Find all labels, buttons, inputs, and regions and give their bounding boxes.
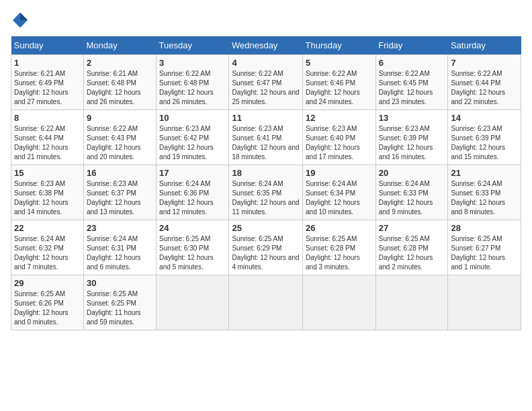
col-header-friday: Friday [375, 36, 448, 55]
day-number: 18 [232, 168, 300, 178]
col-header-monday: Monday [83, 36, 156, 55]
table-row: 17 Sunrise: 6:24 AMSunset: 6:36 PMDaylig… [157, 165, 229, 220]
day-info: Sunrise: 6:22 AMSunset: 6:45 PMDaylight:… [379, 70, 433, 105]
day-info: Sunrise: 6:24 AMSunset: 6:31 PMDaylight:… [87, 235, 141, 271]
day-number: 23 [87, 223, 153, 233]
table-row: 7 Sunrise: 6:22 AMSunset: 6:44 PMDayligh… [448, 55, 521, 110]
table-row: 20 Sunrise: 6:24 AMSunset: 6:33 PMDaylig… [375, 165, 448, 220]
day-number: 13 [379, 113, 445, 123]
table-row: 10 Sunrise: 6:23 AMSunset: 6:42 PMDaylig… [157, 110, 229, 165]
day-info: Sunrise: 6:22 AMSunset: 6:44 PMDaylight:… [451, 70, 505, 105]
table-row [157, 275, 229, 330]
day-info: Sunrise: 6:22 AMSunset: 6:48 PMDaylight:… [159, 70, 214, 105]
table-row: 25 Sunrise: 6:25 AMSunset: 6:29 PMDaylig… [229, 220, 303, 275]
table-row: 24 Sunrise: 6:25 AMSunset: 6:30 PMDaylig… [157, 220, 229, 275]
day-number: 7 [451, 58, 518, 68]
table-row [375, 275, 448, 330]
day-number: 15 [14, 168, 81, 178]
day-number: 16 [87, 168, 153, 178]
day-info: Sunrise: 6:24 AMSunset: 6:35 PMDaylight:… [232, 180, 299, 216]
day-info: Sunrise: 6:21 AMSunset: 6:49 PMDaylight:… [14, 70, 69, 105]
day-info: Sunrise: 6:25 AMSunset: 6:27 PMDaylight:… [451, 235, 505, 271]
col-header-wednesday: Wednesday [229, 36, 303, 55]
day-info: Sunrise: 6:22 AMSunset: 6:46 PMDaylight:… [306, 70, 360, 105]
table-row: 8 Sunrise: 6:22 AMSunset: 6:44 PMDayligh… [11, 110, 84, 165]
day-number: 4 [232, 58, 300, 68]
day-info: Sunrise: 6:24 AMSunset: 6:33 PMDaylight:… [379, 180, 433, 216]
day-number: 1 [14, 58, 81, 68]
day-info: Sunrise: 6:21 AMSunset: 6:48 PMDaylight:… [87, 70, 141, 105]
day-number: 5 [306, 58, 373, 68]
day-number: 19 [306, 168, 373, 178]
logo [11, 11, 32, 30]
table-row [229, 275, 303, 330]
table-row: 28 Sunrise: 6:25 AMSunset: 6:27 PMDaylig… [448, 220, 521, 275]
day-number: 22 [14, 223, 81, 233]
day-info: Sunrise: 6:24 AMSunset: 6:32 PMDaylight:… [14, 235, 69, 271]
table-row: 1 Sunrise: 6:21 AMSunset: 6:49 PMDayligh… [11, 55, 84, 110]
day-info: Sunrise: 6:25 AMSunset: 6:30 PMDaylight:… [159, 235, 214, 271]
day-number: 12 [306, 113, 373, 123]
table-row: 27 Sunrise: 6:25 AMSunset: 6:28 PMDaylig… [375, 220, 448, 275]
day-info: Sunrise: 6:22 AMSunset: 6:47 PMDaylight:… [232, 70, 299, 105]
table-row: 2 Sunrise: 6:21 AMSunset: 6:48 PMDayligh… [83, 55, 156, 110]
day-info: Sunrise: 6:24 AMSunset: 6:33 PMDaylight:… [451, 180, 505, 216]
col-header-tuesday: Tuesday [157, 36, 229, 55]
table-row: 12 Sunrise: 6:23 AMSunset: 6:40 PMDaylig… [303, 110, 376, 165]
table-row [303, 275, 376, 330]
day-info: Sunrise: 6:25 AMSunset: 6:28 PMDaylight:… [379, 235, 433, 271]
day-info: Sunrise: 6:24 AMSunset: 6:34 PMDaylight:… [306, 180, 360, 216]
day-info: Sunrise: 6:25 AMSunset: 6:29 PMDaylight:… [232, 235, 299, 271]
table-row: 9 Sunrise: 6:22 AMSunset: 6:43 PMDayligh… [83, 110, 156, 165]
day-info: Sunrise: 6:25 AMSunset: 6:25 PMDaylight:… [87, 290, 141, 326]
day-info: Sunrise: 6:24 AMSunset: 6:36 PMDaylight:… [159, 180, 214, 216]
day-info: Sunrise: 6:25 AMSunset: 6:26 PMDaylight:… [14, 290, 69, 326]
day-info: Sunrise: 6:23 AMSunset: 6:37 PMDaylight:… [87, 180, 141, 216]
day-number: 27 [379, 223, 445, 233]
table-row: 22 Sunrise: 6:24 AMSunset: 6:32 PMDaylig… [11, 220, 84, 275]
logo-icon [11, 11, 30, 30]
svg-marker-1 [20, 13, 28, 20]
table-row [448, 275, 521, 330]
col-header-sunday: Sunday [11, 36, 84, 55]
table-row: 18 Sunrise: 6:24 AMSunset: 6:35 PMDaylig… [229, 165, 303, 220]
day-number: 10 [159, 113, 226, 123]
day-info: Sunrise: 6:23 AMSunset: 6:40 PMDaylight:… [306, 125, 360, 161]
day-info: Sunrise: 6:23 AMSunset: 6:42 PMDaylight:… [159, 125, 214, 161]
day-number: 30 [87, 278, 153, 288]
day-number: 25 [232, 223, 300, 233]
table-row: 29 Sunrise: 6:25 AMSunset: 6:26 PMDaylig… [11, 275, 84, 330]
day-number: 11 [232, 113, 300, 123]
page-header [11, 11, 521, 30]
day-info: Sunrise: 6:23 AMSunset: 6:38 PMDaylight:… [14, 180, 69, 216]
day-info: Sunrise: 6:25 AMSunset: 6:28 PMDaylight:… [306, 235, 360, 271]
table-row: 21 Sunrise: 6:24 AMSunset: 6:33 PMDaylig… [448, 165, 521, 220]
day-number: 2 [87, 58, 153, 68]
day-number: 28 [451, 223, 518, 233]
day-number: 17 [159, 168, 226, 178]
table-row: 30 Sunrise: 6:25 AMSunset: 6:25 PMDaylig… [83, 275, 156, 330]
table-row: 16 Sunrise: 6:23 AMSunset: 6:37 PMDaylig… [83, 165, 156, 220]
day-number: 6 [379, 58, 445, 68]
table-row: 26 Sunrise: 6:25 AMSunset: 6:28 PMDaylig… [303, 220, 376, 275]
day-number: 3 [159, 58, 226, 68]
table-row: 19 Sunrise: 6:24 AMSunset: 6:34 PMDaylig… [303, 165, 376, 220]
day-number: 20 [379, 168, 445, 178]
day-info: Sunrise: 6:22 AMSunset: 6:43 PMDaylight:… [87, 125, 141, 161]
col-header-saturday: Saturday [448, 36, 521, 55]
table-row: 3 Sunrise: 6:22 AMSunset: 6:48 PMDayligh… [157, 55, 229, 110]
calendar-table: SundayMondayTuesdayWednesdayThursdayFrid… [11, 36, 521, 330]
table-row: 23 Sunrise: 6:24 AMSunset: 6:31 PMDaylig… [83, 220, 156, 275]
table-row: 15 Sunrise: 6:23 AMSunset: 6:38 PMDaylig… [11, 165, 84, 220]
col-header-thursday: Thursday [303, 36, 376, 55]
day-number: 26 [306, 223, 373, 233]
table-row: 14 Sunrise: 6:23 AMSunset: 6:39 PMDaylig… [448, 110, 521, 165]
day-info: Sunrise: 6:23 AMSunset: 6:41 PMDaylight:… [232, 125, 299, 161]
day-info: Sunrise: 6:22 AMSunset: 6:44 PMDaylight:… [14, 125, 69, 161]
day-number: 8 [14, 113, 81, 123]
day-number: 29 [14, 278, 81, 288]
day-info: Sunrise: 6:23 AMSunset: 6:39 PMDaylight:… [451, 125, 505, 161]
day-number: 9 [87, 113, 153, 123]
day-number: 21 [451, 168, 518, 178]
table-row: 6 Sunrise: 6:22 AMSunset: 6:45 PMDayligh… [375, 55, 448, 110]
